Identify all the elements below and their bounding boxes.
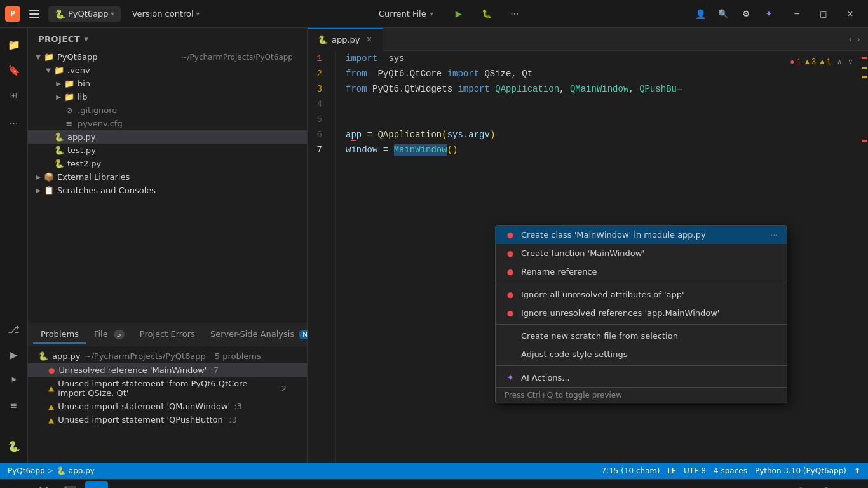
tree-item-scratches[interactable]: ▶ 📋 Scratches and Consoles	[28, 184, 307, 197]
menu-item-ignore-refs[interactable]: ● Ignore unresolved references 'app.Main…	[496, 304, 787, 322]
sidebar-item-bookmarks[interactable]: 🔖	[3, 58, 25, 81]
title-actions: 👤 🔍 ⚙ ✦	[690, 4, 779, 24]
tree-arrow-pyqt6app: ▼	[33, 53, 43, 60]
line-num-5: 5	[308, 112, 327, 127]
current-file-btn[interactable]: Current File ▾	[371, 6, 441, 21]
sidebar-title-chevron[interactable]: ▾	[84, 34, 88, 44]
status-line-ending[interactable]: LF	[667, 466, 676, 475]
taskbar-pycharm[interactable]: P	[85, 481, 108, 489]
code-line-2-content: from PyQt6.QtCore import QSize, Qt	[346, 66, 532, 81]
maximize-button[interactable]: □	[811, 0, 836, 28]
hamburger-menu[interactable]	[25, 5, 43, 23]
sidebar-item-more[interactable]: …	[3, 109, 25, 132]
tab-problems[interactable]: Problems	[33, 325, 86, 344]
project-chevron: ▾	[111, 10, 114, 17]
problem-text-3: Unused import statement 'QPushButton'	[58, 415, 225, 424]
status-position[interactable]: 7:15 (10 chars)	[601, 466, 660, 475]
problem-row-0[interactable]: ● Unresolved reference 'MainWindow' :7	[28, 363, 307, 377]
error-nav-buttons: ∧ ∨	[835, 53, 855, 71]
status-language[interactable]: Python 3.10 (PyQt6app)	[755, 466, 846, 475]
tree-item-gitignore[interactable]: ⊘ .gitignore	[28, 104, 307, 117]
code-line-6-content: app = QApplication(sys.argv)	[346, 127, 495, 142]
scroll-right-btn[interactable]: ›	[855, 32, 863, 46]
version-control-label: Version control	[132, 9, 194, 18]
warn-icon-2: ▲	[48, 402, 54, 411]
tree-item-apppy[interactable]: 🐍 app.py	[28, 130, 307, 144]
breadcrumb[interactable]: PyQt6app > 🐍 app.py	[8, 466, 95, 475]
status-indent[interactable]: 4 spaces	[714, 466, 747, 475]
tree-item-lib[interactable]: ▶ 📁 lib	[28, 90, 307, 104]
tree-arrow-lib: ▶	[53, 93, 64, 100]
tree-item-venv[interactable]: ▼ 📁 .venv	[28, 64, 307, 77]
next-error-btn[interactable]: ∨	[846, 53, 855, 71]
menu-item-ai-actions[interactable]: ✦ AI Actions...	[496, 368, 787, 387]
problem-row-2[interactable]: ▲ Unused import statement 'QMainWindow' …	[28, 400, 307, 413]
py-icon-breadcrumb: 🐍	[57, 466, 66, 475]
tree-item-bin[interactable]: ▶ 📁 bin	[28, 77, 307, 90]
line-num-2: 2	[308, 66, 327, 81]
folder-icon-lib: 📁	[64, 92, 75, 102]
scroll-left-btn[interactable]: ‹	[846, 32, 855, 46]
menu-footer: Press Ctrl+Q to toggle preview	[496, 387, 787, 403]
tab-project-errors[interactable]: Project Errors	[132, 325, 203, 344]
taskbar-folder[interactable]: 📁	[5, 481, 28, 489]
tree-item-external-libs[interactable]: ▶ 📦 External Libraries	[28, 170, 307, 184]
sidebar-item-project[interactable]: 📁	[3, 33, 25, 56]
taskbar-screenshot[interactable]: 📷	[734, 481, 757, 489]
sidebar-item-layers[interactable]: ≡	[3, 394, 25, 417]
tab-close-apppy[interactable]: ✕	[367, 36, 372, 44]
problem-loc-3: :3	[229, 415, 237, 424]
scroll-mark-error-1	[862, 57, 867, 59]
py-icon-tab: 🐍	[318, 35, 328, 44]
run-button[interactable]: ▶	[449, 4, 469, 24]
project-selector[interactable]: 🐍 PyQt6app ▾	[48, 6, 121, 22]
version-control-btn[interactable]: Version control ▾	[126, 6, 206, 21]
title-center: Current File ▾ ▶ 🐛 ⋯	[211, 4, 685, 24]
menu-item-new-scratch[interactable]: Create new scratch file from selection	[496, 327, 787, 345]
taskbar-shield[interactable]: 🛡	[761, 481, 783, 489]
editor-tab-apppy[interactable]: 🐍 app.py ✕	[308, 28, 383, 51]
sidebar-item-python[interactable]: 🐍	[3, 435, 25, 458]
more-options-button[interactable]: ⋯	[505, 4, 525, 24]
ai-assistant-button[interactable]: ✦	[759, 4, 779, 24]
menu-item-ignore-attrs[interactable]: ● Ignore all unresolved attributes of 'a…	[496, 285, 787, 304]
prev-error-btn[interactable]: ∧	[835, 53, 844, 71]
status-encoding[interactable]: UTF-8	[684, 466, 706, 475]
tab-file[interactable]: File 5	[86, 325, 132, 344]
search-button[interactable]: 🔍	[713, 4, 733, 24]
status-git-icon[interactable]: ⬆	[854, 466, 860, 475]
folder-icon-pyqt6app: 📁	[43, 52, 55, 62]
tree-item-test2py[interactable]: 🐍 test2.py	[28, 157, 307, 170]
sidebar-item-structure[interactable]: ⊞	[3, 84, 25, 107]
tree-item-pyvenv[interactable]: ≡ pyvenv.cfg	[28, 117, 307, 130]
taskbar-firefox[interactable]: 🦊	[32, 481, 55, 489]
menu-divider-1	[496, 283, 787, 283]
profile-button[interactable]: 👤	[690, 4, 710, 24]
problem-text-0: Unresolved reference 'MainWindow'	[58, 365, 207, 375]
taskbar-terminal[interactable]: ⬛	[58, 481, 81, 489]
menu-item-create-function[interactable]: ● Create function 'MainWindow'	[496, 244, 787, 262]
menu-item-code-style[interactable]: Adjust code style settings	[496, 345, 787, 363]
debug-button[interactable]: 🐛	[477, 4, 497, 24]
sidebar-item-debug-log[interactable]: ⚑	[3, 369, 25, 391]
taskbar-volume[interactable]: 🔊	[814, 481, 837, 489]
sidebar-item-run[interactable]: ▶	[3, 343, 25, 366]
tree-label-external-libs: External Libraries	[57, 172, 302, 182]
close-button[interactable]: ✕	[837, 0, 863, 28]
minimize-button[interactable]: ─	[784, 0, 810, 28]
tree-item-pyqt6app[interactable]: ▼ 📁 PyQt6app ~/PycharmProjects/PyQt6app	[28, 50, 307, 64]
sidebar-item-git[interactable]: ⎇	[3, 318, 25, 341]
menu-error-icon-2: ●	[505, 249, 516, 258]
tree-item-testpy[interactable]: 🐍 test.py	[28, 144, 307, 157]
problem-file-count: 5 problems	[215, 351, 261, 361]
problem-row-3[interactable]: ▲ Unused import statement 'QPushButton' …	[28, 413, 307, 426]
taskbar-network[interactable]: 🔗	[787, 481, 810, 489]
tree-label-gitignore: .gitignore	[78, 105, 302, 115]
problem-row-1[interactable]: ▲ Unused import statement 'from PyQt6.Qt…	[28, 377, 307, 400]
settings-button[interactable]: ⚙	[736, 4, 756, 24]
menu-item-rename[interactable]: ● Rename reference	[496, 262, 787, 281]
line-num-6: 6	[308, 127, 327, 142]
menu-item-create-class[interactable]: ● Create class 'MainWindow' in module ap…	[496, 226, 787, 244]
folder-icon-bin: 📁	[64, 79, 75, 88]
menu-extra-1: ⋯	[770, 231, 778, 240]
